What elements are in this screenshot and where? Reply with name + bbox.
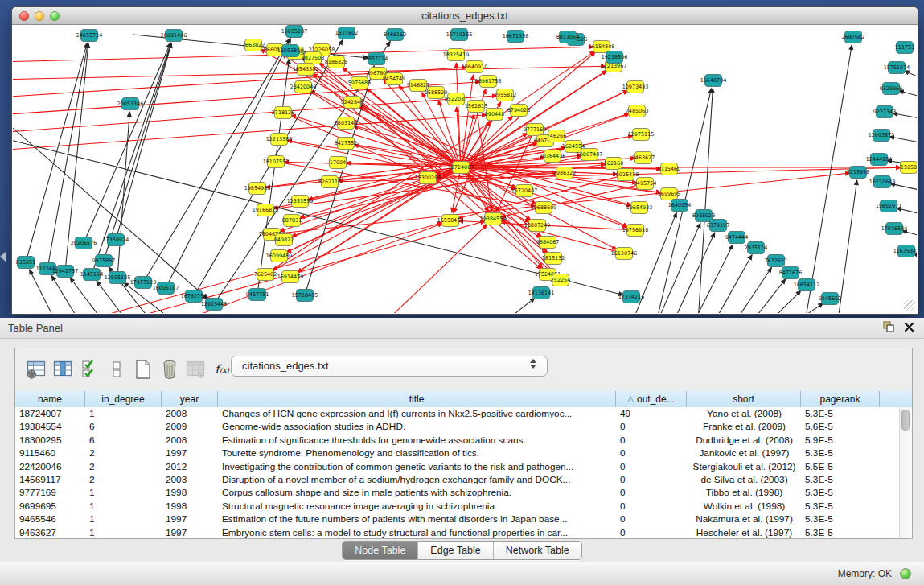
graph-node-yellow[interactable]: 2803144 [335, 117, 357, 130]
graph-node-teal[interactable]: 8813054 [556, 31, 579, 43]
table-cell[interactable]: 1997 [162, 526, 218, 538]
table-cell[interactable]: Estimation of significance thresholds fo… [218, 434, 616, 447]
table-cell[interactable]: 9463627 [15, 526, 85, 538]
table-cell[interactable]: 0 [616, 513, 687, 525]
table-cell[interactable]: 19384554 [15, 420, 85, 433]
graph-node-teal[interactable]: 16671358 [503, 31, 529, 43]
graph-node-yellow[interactable]: 2718126 [272, 107, 294, 119]
graph-node-teal[interactable]: 14136141 [528, 287, 555, 299]
table-cell[interactable]: Wolkin et al. (1998) [687, 500, 801, 513]
table-cell[interactable]: 0 [616, 460, 687, 473]
table-row[interactable]: 946554611997Estimation of the future num… [15, 513, 899, 525]
table-cell[interactable]: 1998 [162, 500, 218, 513]
graph-node-teal[interactable]: 24055724 [76, 30, 103, 42]
graph-node-teal[interactable]: 17016504 [881, 223, 908, 235]
graph-node-teal[interactable]: 20053346 [117, 98, 144, 110]
table-cell[interactable]: 0 [616, 473, 687, 486]
graph-node-teal[interactable]: 2687682 [842, 31, 864, 43]
table-cell[interactable]: Jankovic et al. (1997) [687, 447, 801, 459]
graph-node-teal[interactable]: 11675342 [893, 245, 917, 257]
graph-node-teal[interactable]: 7632621 [765, 255, 787, 267]
graph-node-yellow[interactable]: 9463627 [632, 152, 655, 164]
table-cell[interactable]: 2009 [162, 420, 218, 433]
table-cell[interactable]: 1998 [162, 486, 218, 499]
table-cell[interactable]: 5.3E-5 [801, 513, 880, 525]
graph-node-teal[interactable]: 835051 [16, 257, 35, 269]
table-cell[interactable]: 2 [85, 447, 162, 459]
table-selector-dropdown[interactable]: citations_edges.txt [231, 356, 548, 377]
graph-node-yellow[interactable]: 162160 [604, 158, 623, 170]
graph-node-teal[interactable]: 12505135 [105, 272, 131, 284]
scrollbar-thumb[interactable] [901, 410, 910, 431]
graph-node-teal[interactable]: 8466162 [384, 29, 406, 41]
table-cell[interactable]: 1 [85, 513, 162, 525]
graph-node-yellow[interactable]: 15958 [901, 162, 918, 174]
citation-edge-black[interactable] [902, 231, 917, 241]
table-cell[interactable]: Yano et al. (2008) [687, 407, 801, 420]
graph-node-yellow[interactable]: 12353559 [287, 196, 314, 208]
graph-node-teal[interactable]: 20206576 [71, 237, 97, 249]
graph-node-teal[interactable]: 12923448 [201, 299, 228, 311]
graph-node-teal[interactable]: 15718485 [292, 290, 318, 302]
table-cell[interactable]: 5.6E-5 [801, 420, 880, 433]
graph-node-yellow[interactable]: 1562615 [465, 101, 487, 113]
graph-node-yellow[interactable]: 9684067 [536, 237, 559, 249]
graph-node-teal[interactable]: 12093872 [869, 130, 895, 142]
citation-edge-black[interactable] [70, 278, 105, 313]
column-header-pagerank[interactable]: pagerank [801, 391, 880, 407]
citation-edge-black[interactable] [104, 43, 171, 261]
citation-edge-black[interactable] [749, 279, 786, 313]
table-cell[interactable]: 2003 [162, 473, 218, 486]
table-cell[interactable]: Nakamura et al. (1997) [687, 513, 801, 525]
table-cell[interactable]: 18300295 [15, 434, 85, 447]
graph-node-yellow[interactable]: 887831 [282, 215, 302, 227]
graph-node-yellow[interactable]: 7955812 [494, 89, 516, 101]
graph-node-teal[interactable]: 9474444 [725, 232, 748, 244]
column-header-year[interactable]: year [162, 391, 218, 407]
tab-node-table[interactable]: Node Table [343, 542, 418, 559]
graph-node-yellow[interactable]: 18107552 [263, 156, 290, 168]
network-window-titlebar[interactable]: citations_edges.txt [12, 7, 918, 25]
table-cell[interactable]: 2 [85, 460, 162, 473]
table-row[interactable]: 946362711997Embryonic stem cells: a mode… [15, 526, 899, 538]
graph-node-yellow[interactable]: 2986322 [553, 167, 576, 179]
column-header-title[interactable]: title [218, 391, 616, 407]
table-cell[interactable]: Dudbridge et al. (2008) [687, 434, 801, 447]
table-cell[interactable]: 5.3E-5 [801, 407, 880, 420]
table-cell[interactable]: Genome-wide association studies in ADHD. [218, 420, 616, 433]
citation-edge-black[interactable] [733, 267, 771, 313]
table-cell[interactable]: 5.5E-5 [801, 460, 880, 473]
citation-edge-black[interactable] [51, 276, 81, 313]
graph-node-yellow[interactable]: 5975685 [348, 77, 371, 89]
citation-edge-black[interactable] [656, 223, 700, 313]
graph-node-yellow[interactable]: 16961758 [475, 76, 502, 88]
table-cell[interactable]: 0 [616, 420, 687, 433]
table-cell[interactable]: 1 [85, 486, 162, 499]
graph-node-teal[interactable]: 10719155 [446, 29, 473, 41]
column-edit-icon[interactable] [50, 354, 76, 385]
table-cell[interactable]: Stergiakouli et al. (2012) [687, 460, 801, 473]
new-table-icon[interactable] [129, 354, 156, 385]
tab-edge-table[interactable]: Edge Table [418, 542, 493, 559]
table-cell[interactable]: 5.3E-5 [801, 526, 880, 538]
table-cell[interactable]: 14569117 [15, 473, 85, 486]
table-cell[interactable]: 1 [85, 526, 162, 538]
float-panel-icon[interactable] [883, 321, 894, 332]
citation-edge-black[interactable] [837, 180, 857, 313]
table-cell[interactable]: 5.3E-5 [801, 473, 880, 486]
graph-node-yellow[interactable]: 8427552 [335, 138, 357, 150]
table-cell[interactable]: 6 [85, 420, 162, 433]
column-header-name[interactable]: name [15, 391, 85, 407]
graph-node-yellow[interactable]: 12213383 [266, 134, 293, 146]
citation-edge-black[interactable] [698, 89, 713, 313]
table-cell[interactable]: 49 [616, 407, 687, 420]
close-panel-icon[interactable] [904, 322, 914, 332]
graph-node-yellow[interactable]: 12975115 [628, 129, 655, 141]
column-header-short[interactable]: short [687, 391, 801, 407]
table-row[interactable]: 1872400712008Changes of HCN gene express… [15, 407, 899, 420]
table-cell[interactable]: 0 [616, 447, 687, 459]
table-cell[interactable]: 6 [85, 434, 162, 447]
table-cell[interactable]: 2 [85, 473, 162, 486]
graph-node-teal[interactable]: 111753 [895, 42, 914, 54]
graph-node-teal[interactable]: 9227343 [873, 106, 896, 118]
